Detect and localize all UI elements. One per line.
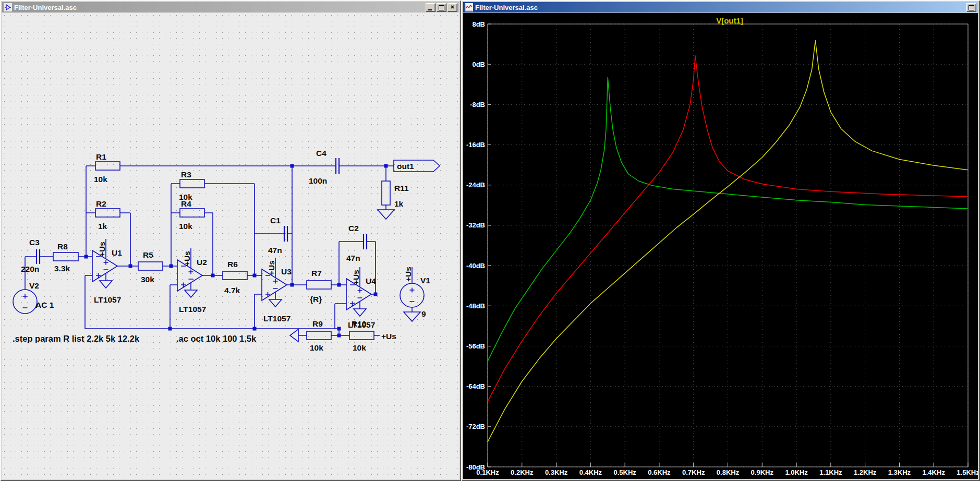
resistor-R4[interactable] — [180, 209, 204, 217]
y-tick-label[interactable]: -72dB — [466, 423, 485, 430]
label-R9-value[interactable]: 10k — [310, 343, 323, 352]
label-V2-name[interactable]: V2 — [29, 281, 39, 290]
label-U3-name[interactable]: U3 — [281, 267, 292, 276]
x-tick-label[interactable]: 1.4KHz — [923, 468, 946, 476]
x-tick-label[interactable]: 1.0KHz — [785, 468, 808, 476]
directive-ac[interactable]: .ac oct 10k 100 1.5k — [176, 334, 257, 343]
resistor-R1[interactable] — [95, 162, 120, 170]
resistor-R5[interactable] — [138, 262, 163, 270]
label-vsupply-U2[interactable]: +Us — [183, 251, 191, 266]
x-tick-label[interactable]: 0.6KHz — [648, 468, 671, 476]
y-tick-label[interactable]: -8dB — [470, 101, 485, 109]
label-R7-name[interactable]: R7 — [311, 269, 322, 278]
x-tick-label[interactable]: 0.9KHz — [751, 468, 774, 476]
resistor-R7[interactable] — [307, 281, 331, 289]
resistor-R10[interactable] — [349, 331, 374, 340]
wires[interactable] — [25, 166, 412, 335]
label-R5-name[interactable]: R5 — [143, 250, 153, 259]
close-button[interactable]: ✕ — [447, 3, 457, 12]
label-R3-name[interactable]: R3 — [181, 170, 191, 179]
label-U4-value[interactable]: LT1057 — [348, 320, 375, 329]
label-U3-value[interactable]: LT1057 — [263, 314, 291, 323]
x-tick-label[interactable]: 1.3KHz — [888, 468, 911, 476]
directive-step[interactable]: .step param R list 2.2k 5k 12.2k — [13, 334, 140, 343]
label-U2-name[interactable]: U2 — [197, 258, 207, 267]
minimize-button[interactable] — [426, 3, 435, 12]
x-tick-label[interactable]: 1.5KHz — [957, 468, 978, 476]
waveform-plot[interactable]: V[out1] 0.1KHz0.2KHz0.3KHz0.4KHz0.5KHz0.… — [463, 13, 978, 479]
label-U1-name[interactable]: U1 — [112, 248, 122, 257]
resistor-R11[interactable] — [382, 181, 390, 205]
voltage-source-V1[interactable] — [400, 283, 424, 307]
label-C2-name[interactable]: C2 — [348, 224, 359, 233]
ltspice-schematic-icon[interactable] — [4, 3, 12, 11]
label-R6-value[interactable]: 4.7k — [224, 286, 240, 295]
y-tick-label[interactable]: -16dB — [466, 141, 485, 149]
label-R6-name[interactable]: R6 — [227, 260, 238, 269]
label-vsupply-R10[interactable]: +Us — [381, 332, 396, 341]
restore-button[interactable] — [966, 3, 976, 12]
x-tick-label[interactable]: 0.7KHz — [682, 468, 705, 476]
x-tick-label[interactable]: 0.8KHz — [717, 468, 740, 476]
label-V1-name[interactable]: V1 — [420, 276, 430, 285]
maximize-button[interactable] — [437, 3, 446, 12]
x-tick-label[interactable]: 0.4KHz — [579, 468, 602, 476]
label-U4-name[interactable]: U4 — [366, 276, 376, 285]
label-R5-value[interactable]: 30k — [141, 275, 154, 284]
y-tick-label[interactable]: -80dB — [466, 463, 485, 471]
y-tick-label[interactable]: -64dB — [466, 382, 485, 390]
label-out1[interactable]: out1 — [397, 162, 414, 171]
capacitor-C4[interactable] — [336, 158, 339, 174]
label-vsupply-U1[interactable]: +Us — [98, 242, 106, 257]
label-R9-name[interactable]: R9 — [312, 319, 323, 328]
ltspice-waveform-icon[interactable] — [465, 3, 473, 11]
label-R2-name[interactable]: R2 — [96, 199, 106, 208]
label-V1-value[interactable]: 9 — [421, 309, 426, 318]
label-R1-value[interactable]: 10k — [94, 175, 107, 184]
label-C3-value[interactable]: 220n — [21, 264, 39, 273]
y-tick-label[interactable]: 8dB — [472, 20, 485, 28]
label-U1-value[interactable]: LT1057 — [94, 295, 121, 304]
label-C1-value[interactable]: 47n — [268, 246, 282, 255]
label-vsupply-V1[interactable]: +Us — [404, 267, 413, 282]
x-tick-label[interactable]: 0.5KHz — [613, 468, 636, 476]
schematic-canvas[interactable]: R1 10k R2 1k R3 10k R4 10k R5 30k R6 4.7… — [2, 13, 459, 479]
label-C2-value[interactable]: 47n — [346, 254, 360, 262]
resistor-R3[interactable] — [180, 179, 204, 188]
x-tick-label[interactable]: 0.2KHz — [511, 468, 534, 476]
schematic-titlebar[interactable]: Filter-Universal.asc ✕ — [2, 2, 459, 13]
resistor-R8[interactable] — [53, 252, 78, 261]
label-C4-name[interactable]: C4 — [316, 149, 326, 158]
label-R1-name[interactable]: R1 — [96, 152, 106, 161]
voltage-source-V2[interactable] — [13, 290, 37, 314]
label-R10-value[interactable]: 10k — [353, 343, 366, 352]
waveform-titlebar[interactable]: Filter-Universal.asc — [463, 2, 978, 13]
capacitor-C2[interactable] — [364, 234, 367, 249]
resistor-R2[interactable] — [95, 209, 120, 217]
resistor-R9[interactable] — [307, 331, 331, 340]
label-R8-value[interactable]: 3.3k — [54, 264, 70, 273]
label-vsupply-U4[interactable]: +Us — [352, 270, 360, 285]
y-tick-label[interactable]: 0dB — [472, 61, 485, 68]
x-tick-label[interactable]: 1.2KHz — [854, 468, 877, 476]
label-C1-name[interactable]: C1 — [270, 216, 281, 225]
capacitor-C3[interactable] — [37, 249, 40, 264]
label-R7-value[interactable]: {R} — [310, 295, 322, 304]
label-R11-name[interactable]: R11 — [394, 184, 409, 193]
plot-title[interactable]: V[out1] — [716, 16, 743, 25]
label-U2-value[interactable]: LT1057 — [179, 305, 206, 314]
x-tick-label[interactable]: 0.3KHz — [545, 468, 568, 476]
label-R2-value[interactable]: 1k — [98, 222, 107, 231]
y-tick-label[interactable]: -40dB — [466, 262, 485, 270]
label-C3-name[interactable]: C3 — [29, 238, 40, 247]
y-tick-label[interactable]: -32dB — [466, 221, 485, 229]
label-V2-value[interactable]: AC 1 — [35, 300, 54, 309]
label-R4-name[interactable]: R4 — [181, 199, 191, 208]
y-tick-label[interactable]: -56dB — [466, 342, 485, 350]
label-R8-name[interactable]: R8 — [57, 242, 68, 251]
resistor-R6[interactable] — [223, 271, 247, 280]
x-tick-label[interactable]: 1.1KHz — [819, 468, 842, 476]
label-R4-value[interactable]: 10k — [179, 222, 192, 231]
label-vsupply-U3[interactable]: +Us — [267, 260, 276, 275]
trace-1[interactable] — [488, 77, 968, 361]
